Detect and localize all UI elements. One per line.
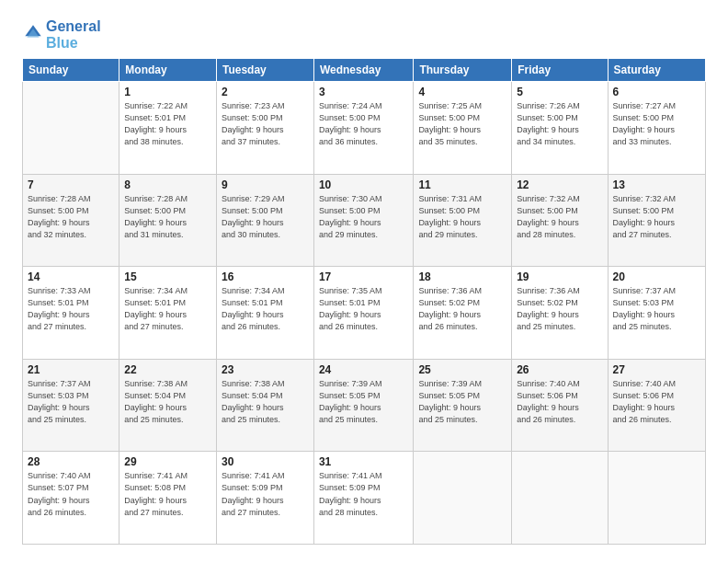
day-number: 8 [124, 178, 211, 191]
day-number: 29 [124, 455, 211, 468]
day-info: Sunrise: 7:25 AM Sunset: 5:00 PM Dayligh… [418, 100, 506, 148]
calendar-cell [23, 82, 119, 175]
logo: General Blue [22, 18, 101, 51]
day-number: 30 [222, 455, 309, 468]
col-monday: Monday [119, 59, 217, 82]
day-number: 7 [28, 178, 114, 191]
calendar-cell: 8Sunrise: 7:28 AM Sunset: 5:00 PM Daylig… [119, 174, 217, 267]
day-number: 24 [319, 363, 408, 376]
day-number: 2 [222, 86, 309, 98]
week-row-4: 28Sunrise: 7:40 AM Sunset: 5:07 PM Dayli… [23, 452, 706, 545]
day-number: 1 [124, 86, 211, 98]
day-info: Sunrise: 7:24 AM Sunset: 5:00 PM Dayligh… [319, 100, 408, 148]
calendar-cell: 10Sunrise: 7:30 AM Sunset: 5:00 PM Dayli… [313, 174, 413, 267]
logo-text-blue: Blue [46, 35, 101, 52]
col-wednesday: Wednesday [313, 59, 413, 82]
day-info: Sunrise: 7:23 AM Sunset: 5:00 PM Dayligh… [222, 100, 309, 148]
day-number: 26 [517, 363, 602, 376]
calendar-cell: 13Sunrise: 7:32 AM Sunset: 5:00 PM Dayli… [608, 174, 705, 267]
day-number: 6 [613, 86, 700, 98]
day-info: Sunrise: 7:37 AM Sunset: 5:03 PM Dayligh… [613, 285, 700, 333]
day-number: 4 [418, 86, 506, 98]
calendar-cell: 22Sunrise: 7:38 AM Sunset: 5:04 PM Dayli… [119, 359, 217, 452]
day-info: Sunrise: 7:41 AM Sunset: 5:09 PM Dayligh… [319, 470, 408, 518]
day-info: Sunrise: 7:37 AM Sunset: 5:03 PM Dayligh… [28, 378, 114, 426]
day-info: Sunrise: 7:26 AM Sunset: 5:00 PM Dayligh… [517, 100, 602, 148]
calendar-cell: 2Sunrise: 7:23 AM Sunset: 5:00 PM Daylig… [216, 82, 313, 175]
day-number: 28 [28, 455, 114, 468]
day-number: 19 [517, 270, 602, 283]
calendar-cell: 5Sunrise: 7:26 AM Sunset: 5:00 PM Daylig… [512, 82, 608, 175]
day-info: Sunrise: 7:39 AM Sunset: 5:05 PM Dayligh… [319, 378, 408, 426]
day-info: Sunrise: 7:22 AM Sunset: 5:01 PM Dayligh… [124, 100, 211, 148]
day-number: 12 [517, 178, 602, 191]
col-sunday: Sunday [23, 59, 119, 82]
calendar-cell [512, 452, 608, 545]
day-info: Sunrise: 7:28 AM Sunset: 5:00 PM Dayligh… [124, 193, 211, 241]
week-row-2: 14Sunrise: 7:33 AM Sunset: 5:01 PM Dayli… [23, 267, 706, 360]
calendar-cell: 26Sunrise: 7:40 AM Sunset: 5:06 PM Dayli… [512, 359, 608, 452]
day-number: 21 [28, 363, 114, 376]
day-number: 17 [319, 270, 408, 283]
calendar-cell: 30Sunrise: 7:41 AM Sunset: 5:09 PM Dayli… [216, 452, 313, 545]
col-friday: Friday [512, 59, 608, 82]
calendar-cell: 11Sunrise: 7:31 AM Sunset: 5:00 PM Dayli… [414, 174, 512, 267]
day-number: 20 [613, 270, 700, 283]
day-number: 13 [613, 178, 700, 191]
day-number: 25 [418, 363, 506, 376]
calendar-cell: 7Sunrise: 7:28 AM Sunset: 5:00 PM Daylig… [23, 174, 119, 267]
day-number: 10 [319, 178, 408, 191]
day-info: Sunrise: 7:32 AM Sunset: 5:00 PM Dayligh… [613, 193, 700, 241]
day-info: Sunrise: 7:41 AM Sunset: 5:09 PM Dayligh… [222, 470, 309, 518]
calendar-cell: 25Sunrise: 7:39 AM Sunset: 5:05 PM Dayli… [414, 359, 512, 452]
day-info: Sunrise: 7:31 AM Sunset: 5:00 PM Dayligh… [418, 193, 506, 241]
calendar-cell: 18Sunrise: 7:36 AM Sunset: 5:02 PM Dayli… [414, 267, 512, 360]
calendar-cell: 9Sunrise: 7:29 AM Sunset: 5:00 PM Daylig… [216, 174, 313, 267]
col-tuesday: Tuesday [216, 59, 313, 82]
day-number: 9 [222, 178, 309, 191]
week-row-1: 7Sunrise: 7:28 AM Sunset: 5:00 PM Daylig… [23, 174, 706, 267]
day-info: Sunrise: 7:34 AM Sunset: 5:01 PM Dayligh… [124, 285, 211, 333]
calendar-cell: 12Sunrise: 7:32 AM Sunset: 5:00 PM Dayli… [512, 174, 608, 267]
day-info: Sunrise: 7:40 AM Sunset: 5:07 PM Dayligh… [28, 470, 114, 518]
day-info: Sunrise: 7:36 AM Sunset: 5:02 PM Dayligh… [418, 285, 506, 333]
calendar-cell: 6Sunrise: 7:27 AM Sunset: 5:00 PM Daylig… [608, 82, 705, 175]
calendar-cell: 20Sunrise: 7:37 AM Sunset: 5:03 PM Dayli… [608, 267, 705, 360]
calendar-cell [608, 452, 705, 545]
day-info: Sunrise: 7:40 AM Sunset: 5:06 PM Dayligh… [613, 378, 700, 426]
calendar-cell: 16Sunrise: 7:34 AM Sunset: 5:01 PM Dayli… [216, 267, 313, 360]
day-info: Sunrise: 7:39 AM Sunset: 5:05 PM Dayligh… [418, 378, 506, 426]
day-info: Sunrise: 7:29 AM Sunset: 5:00 PM Dayligh… [222, 193, 309, 241]
day-number: 3 [319, 86, 408, 98]
calendar-cell: 31Sunrise: 7:41 AM Sunset: 5:09 PM Dayli… [313, 452, 413, 545]
day-info: Sunrise: 7:33 AM Sunset: 5:01 PM Dayligh… [28, 285, 114, 333]
day-number: 27 [613, 363, 700, 376]
header-row: Sunday Monday Tuesday Wednesday Thursday… [23, 59, 706, 82]
calendar-cell: 23Sunrise: 7:38 AM Sunset: 5:04 PM Dayli… [216, 359, 313, 452]
col-thursday: Thursday [414, 59, 512, 82]
day-number: 22 [124, 363, 211, 376]
day-number: 14 [28, 270, 114, 283]
calendar-cell: 28Sunrise: 7:40 AM Sunset: 5:07 PM Dayli… [23, 452, 119, 545]
day-number: 15 [124, 270, 211, 283]
calendar-cell: 15Sunrise: 7:34 AM Sunset: 5:01 PM Dayli… [119, 267, 217, 360]
day-info: Sunrise: 7:38 AM Sunset: 5:04 PM Dayligh… [124, 378, 211, 426]
week-row-0: 1Sunrise: 7:22 AM Sunset: 5:01 PM Daylig… [23, 82, 706, 175]
day-info: Sunrise: 7:27 AM Sunset: 5:00 PM Dayligh… [613, 100, 700, 148]
calendar-page: General Blue Sunday Monday Tuesday Wedne… [0, 0, 728, 563]
calendar-cell: 3Sunrise: 7:24 AM Sunset: 5:00 PM Daylig… [313, 82, 413, 175]
week-row-3: 21Sunrise: 7:37 AM Sunset: 5:03 PM Dayli… [23, 359, 706, 452]
calendar-cell: 1Sunrise: 7:22 AM Sunset: 5:01 PM Daylig… [119, 82, 217, 175]
day-number: 16 [222, 270, 309, 283]
day-info: Sunrise: 7:30 AM Sunset: 5:00 PM Dayligh… [319, 193, 408, 241]
day-info: Sunrise: 7:35 AM Sunset: 5:01 PM Dayligh… [319, 285, 408, 333]
header: General Blue [22, 18, 706, 51]
day-number: 11 [418, 178, 506, 191]
calendar-cell: 29Sunrise: 7:41 AM Sunset: 5:08 PM Dayli… [119, 452, 217, 545]
calendar-cell: 27Sunrise: 7:40 AM Sunset: 5:06 PM Dayli… [608, 359, 705, 452]
day-info: Sunrise: 7:28 AM Sunset: 5:00 PM Dayligh… [28, 193, 114, 241]
day-info: Sunrise: 7:34 AM Sunset: 5:01 PM Dayligh… [222, 285, 309, 333]
calendar-cell: 24Sunrise: 7:39 AM Sunset: 5:05 PM Dayli… [313, 359, 413, 452]
calendar-cell: 4Sunrise: 7:25 AM Sunset: 5:00 PM Daylig… [414, 82, 512, 175]
calendar-cell: 17Sunrise: 7:35 AM Sunset: 5:01 PM Dayli… [313, 267, 413, 360]
